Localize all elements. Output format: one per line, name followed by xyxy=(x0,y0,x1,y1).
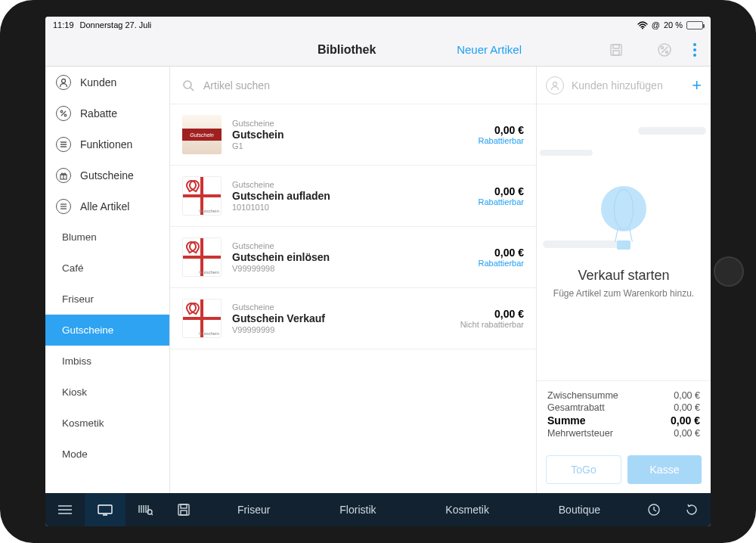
item-price: 0,00 € xyxy=(460,308,524,320)
sidebar-category-friseur[interactable]: Friseur xyxy=(45,284,169,315)
discount-value: 0,00 € xyxy=(674,402,700,413)
sidebar-item-label: Funktionen xyxy=(80,138,132,150)
sidebar-item-label: Alle Artikel xyxy=(80,200,129,213)
vat-value: 0,00 € xyxy=(674,428,700,439)
save-bottom-icon[interactable] xyxy=(165,493,203,526)
article-row[interactable]: GutscheinGutscheineGutscheinG10,00 €Raba… xyxy=(170,104,536,166)
barcode-icon[interactable] xyxy=(125,493,165,526)
balloon-illustration xyxy=(600,186,648,254)
svg-point-10 xyxy=(64,114,67,116)
sidebar-item-label: Kosmetik xyxy=(62,417,104,429)
battery-percent: 20 % xyxy=(664,20,683,29)
item-price: 0,00 € xyxy=(478,185,524,197)
item-code: G1 xyxy=(232,141,467,150)
sidebar-item-kunden[interactable]: Kunden xyxy=(45,67,169,98)
search-row xyxy=(170,67,536,104)
togo-button[interactable]: ToGo xyxy=(546,455,621,484)
svg-line-11 xyxy=(61,111,66,116)
sidebar-item-label: Kiosk xyxy=(62,386,87,398)
item-category: Gutscheine xyxy=(232,241,467,250)
discount-label: Gesamtrabatt xyxy=(547,402,605,413)
svg-line-7 xyxy=(662,47,668,53)
sidebar-category-kiosk[interactable]: Kiosk xyxy=(45,377,169,408)
svg-point-23 xyxy=(553,82,557,85)
subtotal-value: 0,00 € xyxy=(674,390,700,401)
item-discount-badge: Rabattierbar xyxy=(478,136,524,145)
menu-icon[interactable] xyxy=(45,493,85,526)
sidebar-item-funktionen[interactable]: Funktionen xyxy=(45,129,169,160)
percent-icon[interactable] xyxy=(656,42,673,58)
item-price: 0,00 € xyxy=(478,124,524,136)
list-icon xyxy=(56,199,71,214)
bottom-bar: FriseurFloristikKosmetikBoutique xyxy=(45,493,711,526)
sidebar-item-label: Blumen xyxy=(62,231,97,243)
svg-line-35 xyxy=(151,514,153,515)
bottom-tab-kosmetik[interactable]: Kosmetik xyxy=(433,493,501,526)
sidebar-item-label: Gutscheine xyxy=(62,324,113,336)
add-customer-button[interactable]: + xyxy=(692,76,702,95)
cart-empty-subtitle: Füge Artikel zum Warenkorb hinzu. xyxy=(553,288,694,299)
cart-empty-state: Verkauf starten Füge Artikel zum Warenko… xyxy=(537,104,711,380)
gutschein-thumb: Gutschein xyxy=(182,237,222,277)
sidebar-category-kosmetik[interactable]: Kosmetik xyxy=(45,408,169,439)
bottom-tab-friseur[interactable]: Friseur xyxy=(225,493,283,526)
sidebar-category-imbiss[interactable]: Imbiss xyxy=(45,346,169,377)
cart-empty-title: Verkauf starten xyxy=(578,268,669,284)
gift-icon xyxy=(56,168,71,183)
gutschein-thumb: Gutschein xyxy=(182,176,222,216)
item-name: Gutschein einlösen xyxy=(232,251,467,263)
article-row[interactable]: GutscheinGutscheineGutschein einlösenV99… xyxy=(170,227,536,288)
article-row[interactable]: GutscheinGutscheineGutschein VerkaufV999… xyxy=(170,288,536,349)
svg-point-0 xyxy=(642,27,643,29)
clock-icon[interactable] xyxy=(635,493,673,526)
article-row[interactable]: GutscheinGutscheineGutschein aufladen101… xyxy=(170,166,536,227)
sidebar-item-alle-artikel[interactable]: Alle Artikel xyxy=(45,191,169,222)
sidebar-category-mode[interactable]: Mode xyxy=(45,439,169,470)
orientation-lock-icon: @ xyxy=(652,20,660,29)
item-price: 0,00 € xyxy=(478,247,524,259)
subtotal-label: Zwischensumme xyxy=(547,390,618,401)
more-menu-icon[interactable] xyxy=(686,42,703,58)
status-date: Donnerstag 27. Juli xyxy=(80,20,152,29)
item-code: V99999999 xyxy=(232,325,450,334)
bottom-tab-boutique[interactable]: Boutique xyxy=(547,493,612,526)
item-code: 10101010 xyxy=(232,203,467,212)
new-article-link[interactable]: Neuer Artikel xyxy=(457,43,522,56)
refresh-icon[interactable] xyxy=(673,493,711,526)
item-name: Gutschein aufladen xyxy=(232,190,467,202)
kasse-button[interactable]: Kasse xyxy=(627,455,702,484)
sidebar-item-label: Gutscheine xyxy=(80,169,134,182)
search-input[interactable] xyxy=(203,79,524,92)
sidebar-item-gutscheine[interactable]: Gutscheine xyxy=(45,160,169,191)
svg-line-22 xyxy=(191,88,194,91)
gutschein-thumb: Gutschein xyxy=(182,299,222,338)
percent-icon xyxy=(56,106,71,121)
cart-panel: Kunden hinzufügen + Verkauf starten Füge… xyxy=(537,67,711,493)
totals: Zwischensumme0,00 € Gesamtrabatt0,00 € S… xyxy=(537,380,711,448)
svg-rect-2 xyxy=(613,45,619,48)
sum-value: 0,00 € xyxy=(671,414,700,427)
main-panel: GutscheinGutscheineGutscheinG10,00 €Raba… xyxy=(170,67,537,493)
add-customer-label[interactable]: Kunden hinzufügen xyxy=(572,79,663,92)
wifi-icon xyxy=(637,21,648,29)
page-title: Bibliothek xyxy=(318,43,469,57)
sidebar-item-label: Mode xyxy=(62,448,88,460)
sidebar-item-label: Friseur xyxy=(62,293,94,305)
sidebar-item-rabatte[interactable]: Rabatte xyxy=(45,98,169,129)
sidebar-item-label: Imbiss xyxy=(62,355,91,367)
bottom-tab-floristik[interactable]: Floristik xyxy=(327,493,388,526)
item-code: V99999998 xyxy=(232,264,467,273)
svg-point-9 xyxy=(60,110,63,113)
save-icon[interactable] xyxy=(608,42,624,58)
sidebar: KundenRabatteFunktionenGutscheineAlle Ar… xyxy=(45,67,170,493)
svg-rect-27 xyxy=(98,505,112,514)
sidebar-item-label: Kunden xyxy=(80,76,116,88)
sidebar-category-gutscheine[interactable]: Gutscheine xyxy=(45,315,169,346)
screen-icon[interactable] xyxy=(85,493,125,526)
sidebar-category-blumen[interactable]: Blumen xyxy=(45,222,169,253)
sidebar-category-café[interactable]: Café xyxy=(45,253,169,284)
home-button[interactable] xyxy=(714,256,744,287)
item-name: Gutschein Verkauf xyxy=(232,312,450,324)
app-header: Bibliothek Neuer Artikel xyxy=(45,33,711,67)
svg-rect-36 xyxy=(178,504,189,515)
